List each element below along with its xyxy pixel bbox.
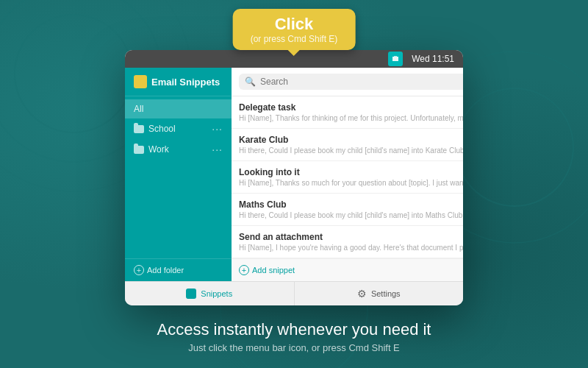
snippet-preview: Hi [Name], Thanks so much for your quest… xyxy=(239,179,463,187)
snippet-preview: Hi [Name], Thanks for thinking of me for… xyxy=(239,114,463,122)
snippet-header: Karate Club 🏷 School xyxy=(239,135,463,145)
add-snippet-plus-icon: + xyxy=(239,265,249,275)
menu-bar-time: Wed 11:51 xyxy=(412,54,454,64)
bottom-subtext: Just click the menu bar icon, or press C… xyxy=(0,342,588,353)
sidebar-nav: All School ··· Work ··· xyxy=(125,96,232,258)
sidebar: Email Snippets All School ··· Work xyxy=(125,68,232,281)
all-label: All xyxy=(134,104,143,114)
snippet-content: Send an attachment 🏷 Work Hi [Name], I h… xyxy=(239,232,463,252)
snippets-tab-icon xyxy=(186,289,196,299)
snippet-name: Maths Club xyxy=(239,199,287,210)
snippet-name: Looking into it xyxy=(239,167,300,177)
bottom-tabs: Snippets ⚙ Settings xyxy=(125,281,463,305)
snippet-header: Maths Club 🏷 School xyxy=(239,199,463,210)
snippet-item[interactable]: Karate Club 🏷 School Hi there, Could I p… xyxy=(232,129,463,161)
snippets-list: Delegate task 🏷 Work Hi [Name], Thanks f… xyxy=(232,96,463,258)
snippet-item[interactable]: Maths Club 🏷 School Hi there, Could I pl… xyxy=(232,194,463,226)
work-folder-label: Work xyxy=(134,144,169,155)
school-dots[interactable]: ··· xyxy=(212,123,223,135)
snippet-content: Karate Club 🏷 School Hi there, Could I p… xyxy=(239,135,463,155)
shortcut-label: (or press Cmd Shift E) xyxy=(251,34,338,44)
snippet-preview: Hi [Name], I hope you're having a good d… xyxy=(239,244,463,252)
app-window: Wed 11:51 Email Snippets All School ··· xyxy=(125,50,463,305)
bottom-headline: Access instantly whenever you need it xyxy=(0,320,588,339)
snippet-item[interactable]: Send an attachment 🏷 Work Hi [Name], I h… xyxy=(232,226,463,258)
snippet-preview: Hi there, Could I please book my child [… xyxy=(239,146,463,155)
school-folder-label: School xyxy=(134,124,176,134)
sidebar-logo xyxy=(134,75,147,88)
click-label: Click xyxy=(251,15,338,34)
sidebar-item-all[interactable]: All xyxy=(125,99,232,118)
sidebar-title: Email Snippets xyxy=(151,77,220,88)
app-body: Email Snippets All School ··· Work xyxy=(125,68,463,281)
folder-icon xyxy=(134,125,144,133)
tab-snippets[interactable]: Snippets xyxy=(125,282,295,305)
work-dots[interactable]: ··· xyxy=(212,144,223,155)
snippet-header: Looking into it 🏷 Work xyxy=(239,167,463,177)
sidebar-item-school[interactable]: School ··· xyxy=(125,118,232,139)
folder-icon-work xyxy=(134,146,144,154)
add-snippet-button[interactable]: + Add snippet xyxy=(239,265,463,275)
add-snippet-footer: + Add snippet xyxy=(232,258,463,281)
sidebar-header: Email Snippets xyxy=(125,68,232,96)
add-folder-button[interactable]: + Add folder xyxy=(134,265,223,275)
snippet-header: Send an attachment 🏷 Work xyxy=(239,232,463,242)
gear-icon: ⚙ xyxy=(357,288,367,300)
search-bar: 🔍 xyxy=(232,68,463,96)
sidebar-footer: + Add folder xyxy=(125,258,232,281)
snippet-item[interactable]: Delegate task 🏷 Work Hi [Name], Thanks f… xyxy=(232,96,463,129)
snippet-preview: Hi there, Could I please book my child [… xyxy=(239,211,463,219)
bottom-text: Access instantly whenever you need it Ju… xyxy=(0,320,588,353)
menubar-app-icon xyxy=(388,52,403,66)
snippet-name: Send an attachment xyxy=(239,232,323,242)
snippet-item[interactable]: Looking into it 🏷 Work Hi [Name], Thanks… xyxy=(232,161,463,194)
plus-icon: + xyxy=(134,265,144,275)
tab-settings[interactable]: ⚙ Settings xyxy=(295,282,464,305)
snippet-name: Delegate task xyxy=(239,102,295,113)
search-input-wrap: 🔍 xyxy=(239,74,463,90)
snippet-header: Delegate task 🏷 Work xyxy=(239,102,463,113)
search-input[interactable] xyxy=(260,77,463,87)
search-icon: 🔍 xyxy=(245,77,256,87)
sidebar-item-work[interactable]: Work ··· xyxy=(125,139,232,160)
snippet-content: Delegate task 🏷 Work Hi [Name], Thanks f… xyxy=(239,102,463,122)
snippet-name: Karate Club xyxy=(239,135,288,145)
snippet-content: Looking into it 🏷 Work Hi [Name], Thanks… xyxy=(239,167,463,187)
click-tooltip: Click (or press Cmd Shift E) xyxy=(233,9,356,50)
snippet-content: Maths Club 🏷 School Hi there, Could I pl… xyxy=(239,199,463,219)
main-panel: 🔍 Delegate task 🏷 Work xyxy=(232,68,463,281)
